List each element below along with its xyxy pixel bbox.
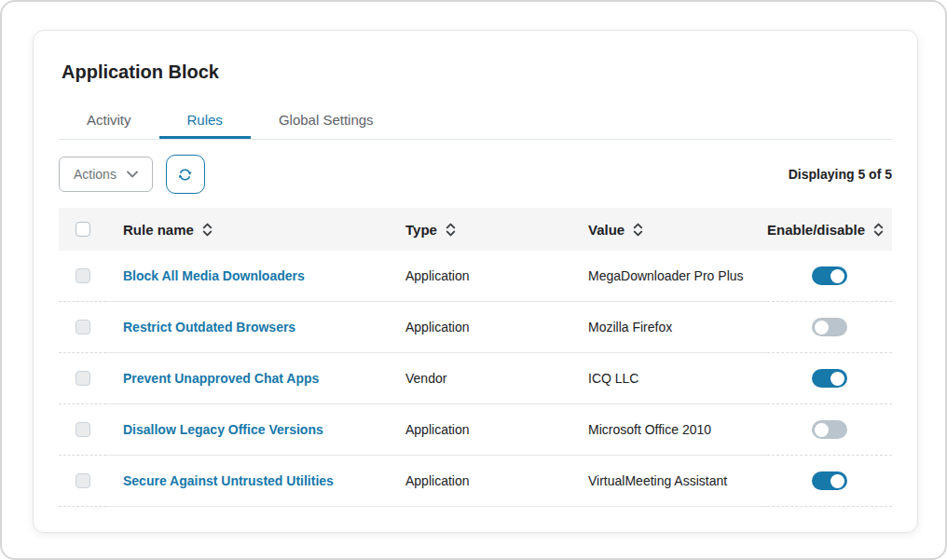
- column-header-enable-disable-label: Enable/disable: [767, 222, 865, 238]
- sort-arrows-icon[interactable]: [633, 223, 643, 237]
- application-block-card: Application Block Activity Rules Global …: [33, 30, 918, 533]
- toggle-cell: [767, 353, 892, 404]
- table-row: Secure Against Untrusted Utilities Appli…: [59, 456, 892, 507]
- rule-value: ICQ LLC: [588, 353, 767, 404]
- table-row: Prevent Unapproved Chat Apps Vendor ICQ …: [59, 353, 892, 404]
- toggle-cell: [767, 404, 892, 456]
- tab-activity[interactable]: Activity: [59, 103, 159, 139]
- rule-type: Vendor: [405, 353, 588, 404]
- row-checkbox-cell: [59, 353, 106, 404]
- tab-bar: Activity Rules Global Settings: [59, 103, 892, 140]
- toolbar: Actions Displaying 5 of 5: [59, 155, 892, 194]
- tab-global-settings-label: Global Settings: [279, 112, 374, 128]
- actions-button-label: Actions: [74, 167, 117, 182]
- table-row: Disallow Legacy Office Versions Applicat…: [59, 404, 892, 456]
- sort-arrows-icon[interactable]: [446, 223, 456, 237]
- tab-global-settings[interactable]: Global Settings: [251, 103, 402, 139]
- enable-disable-toggle[interactable]: [812, 420, 847, 439]
- app-window: Application Block Activity Rules Global …: [0, 0, 947, 560]
- tab-activity-label: Activity: [87, 112, 131, 128]
- row-checkbox[interactable]: [75, 422, 90, 437]
- select-all-checkbox[interactable]: [75, 222, 90, 237]
- sort-arrows-icon[interactable]: [202, 223, 213, 237]
- row-checkbox-cell: [59, 404, 106, 456]
- rule-value: Microsoft Office 2010: [588, 404, 767, 456]
- row-checkbox[interactable]: [75, 473, 90, 488]
- column-header-type-label: Type: [405, 222, 437, 238]
- toggle-knob: [830, 372, 844, 386]
- toggle-cell: [767, 251, 892, 302]
- rule-value: Mozilla Firefox: [588, 302, 767, 353]
- displaying-count: Displaying 5 of 5: [789, 167, 892, 182]
- toggle-knob: [815, 423, 829, 437]
- rule-name-link[interactable]: Disallow Legacy Office Versions: [123, 422, 323, 437]
- column-header-rule-name-label: Rule name: [123, 222, 194, 238]
- header-checkbox-cell: [59, 208, 106, 251]
- rule-value: VirtualMeeting Assistant: [588, 456, 767, 507]
- refresh-button[interactable]: [166, 155, 205, 194]
- toggle-knob: [830, 474, 844, 488]
- row-checkbox-cell: [59, 302, 106, 353]
- toggle-cell: [767, 302, 892, 353]
- column-header-rule-name: Rule name: [106, 222, 405, 238]
- row-checkbox[interactable]: [75, 320, 90, 335]
- row-checkbox[interactable]: [75, 371, 90, 386]
- table-row: Block All Media Downloaders Application …: [59, 251, 892, 302]
- page-title: Application Block: [62, 59, 917, 85]
- rule-name-link[interactable]: Restrict Outdated Browsers: [123, 320, 295, 335]
- toggle-cell: [767, 456, 892, 507]
- rule-type: Application: [405, 251, 588, 302]
- rule-name-link[interactable]: Block All Media Downloaders: [123, 268, 305, 283]
- enable-disable-toggle[interactable]: [812, 369, 847, 388]
- table-row: Restrict Outdated Browsers Application M…: [59, 302, 892, 353]
- column-header-type: Type: [405, 222, 588, 238]
- rule-type: Application: [405, 302, 588, 353]
- column-header-value: Value: [588, 222, 767, 238]
- toggle-knob: [830, 269, 844, 283]
- actions-button[interactable]: Actions: [59, 157, 153, 192]
- rules-table: Rule name Type Value: [59, 208, 892, 507]
- table-header-row: Rule name Type Value: [59, 208, 892, 251]
- toggle-knob: [815, 321, 829, 335]
- row-checkbox-cell: [59, 251, 106, 302]
- enable-disable-toggle[interactable]: [812, 318, 847, 336]
- chevron-down-icon: [127, 171, 138, 178]
- sort-arrows-icon[interactable]: [873, 223, 884, 237]
- rule-type: Application: [405, 404, 588, 456]
- rule-value: MegaDownloader Pro Plus: [588, 251, 767, 302]
- tab-rules-label: Rules: [187, 112, 223, 128]
- rule-name-link[interactable]: Prevent Unapproved Chat Apps: [123, 371, 319, 386]
- rule-name-link[interactable]: Secure Against Untrusted Utilities: [123, 473, 334, 488]
- column-header-value-label: Value: [588, 222, 624, 238]
- tab-rules[interactable]: Rules: [159, 103, 251, 139]
- enable-disable-toggle[interactable]: [812, 266, 847, 285]
- rule-type: Application: [405, 456, 588, 507]
- row-checkbox[interactable]: [75, 268, 90, 283]
- row-checkbox-cell: [59, 456, 106, 507]
- refresh-icon: [176, 166, 194, 184]
- column-header-enable-disable: Enable/disable: [767, 222, 892, 238]
- enable-disable-toggle[interactable]: [812, 471, 847, 490]
